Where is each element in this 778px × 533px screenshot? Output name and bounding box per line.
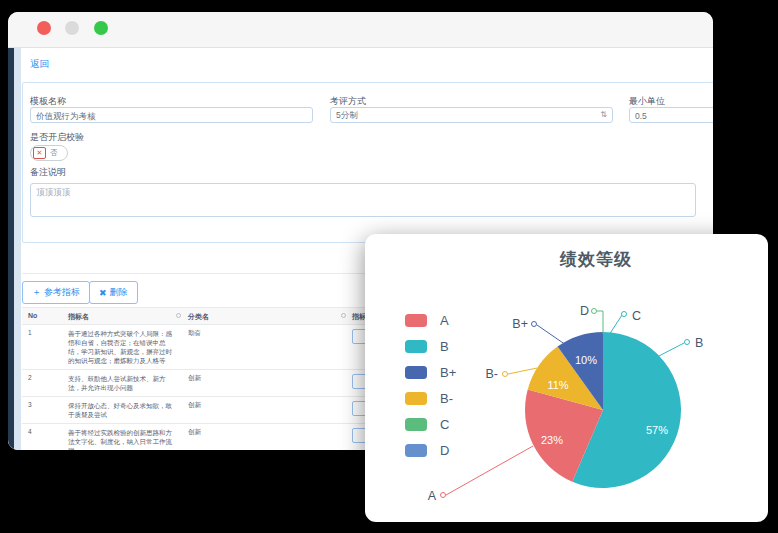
callout-label-B: B <box>695 336 703 350</box>
cell-indicator-name: 善于通过各种方式突破个人局限：感悟和自省，自我否定；在错误中总结，学习新知识、新… <box>68 325 176 369</box>
cell-no: 1 <box>28 329 32 336</box>
callout-label-C: C <box>632 309 641 323</box>
callout-label-A: A <box>428 489 437 503</box>
slice-percent-label: 10% <box>575 354 597 366</box>
remark-label: 备注说明 <box>30 166 66 179</box>
validation-toggle-label: 是否开启校验 <box>30 131 84 144</box>
header-no: No <box>28 312 37 319</box>
slice-percent-label: 11% <box>547 379 568 391</box>
cell-no: 4 <box>28 428 32 435</box>
eval-method-select[interactable]: 5分制 ⇅ <box>330 107 613 123</box>
callout-dot-D <box>592 309 597 314</box>
page-background-edge <box>14 48 21 450</box>
header-category[interactable]: 分类名 <box>188 312 209 322</box>
cell-no: 2 <box>28 374 32 381</box>
callout-line-B+ <box>537 325 566 345</box>
plus-icon: ＋ <box>32 286 41 299</box>
min-unit-input[interactable]: 0.5 <box>629 107 713 123</box>
cell-indicator-name: 支持、鼓励他人尝试新技术、新方法，并允许出现小问题 <box>68 370 176 396</box>
slice-percent-label: 23% <box>541 434 563 446</box>
callout-dot-A <box>441 493 446 498</box>
minimize-window-button[interactable] <box>65 21 79 35</box>
toggle-off-icon: ✕ <box>33 147 46 159</box>
cell-category: 创新 <box>188 428 201 437</box>
callout-dot-B- <box>503 372 508 377</box>
table-toolbar: ＋ 参考指标 ✖ 删除 <box>22 281 138 303</box>
callout-line-B <box>657 343 684 357</box>
cell-no: 3 <box>28 401 32 408</box>
sort-icon[interactable] <box>341 313 346 318</box>
select-arrows-icon: ⇅ <box>600 111 607 119</box>
cell-category: 勤奋 <box>188 329 201 338</box>
sort-icon[interactable] <box>176 313 181 318</box>
cell-indicator-name: 保持开放心态、好奇心及求知欲，敢于质疑及尝试 <box>68 397 176 423</box>
delete-icon: ✖ <box>99 288 107 298</box>
cell-indicator-name: 善于将经过实践检验的创新思路和方法文字化、制度化，纳入日常工作流程 <box>68 424 176 450</box>
window-titlebar <box>8 12 713 48</box>
eval-method-value: 5分制 <box>336 107 358 123</box>
screenshot-stage: 返回 模板名称 价值观行为考核 考评方式 5分制 ⇅ 最小单位 0.5 是否开启… <box>0 0 778 533</box>
remark-textarea[interactable]: 顶顶顶顶 <box>30 183 696 217</box>
slice-percent-label: 57% <box>646 424 668 436</box>
callout-dot-B <box>685 340 690 345</box>
close-window-button[interactable] <box>37 21 51 35</box>
callout-line-B- <box>508 368 537 374</box>
back-link[interactable]: 返回 <box>30 58 49 71</box>
callout-label-D: D <box>580 304 589 318</box>
maximize-window-button[interactable] <box>94 21 108 35</box>
cell-category: 创新 <box>188 374 201 383</box>
callout-dot-C <box>622 312 627 317</box>
callout-line-D <box>597 311 603 334</box>
performance-chart-card: 绩效等级 ABB+B-CD 57%23%11%10%DCBB+B-A <box>365 234 768 522</box>
callout-dot-B+ <box>532 322 537 327</box>
toggle-state-label: 否 <box>50 148 58 158</box>
header-name[interactable]: 指标名 <box>68 312 89 322</box>
callout-label-B-: B- <box>486 367 499 381</box>
callout-line-C <box>609 315 622 335</box>
performance-pie-chart: 57%23%11%10%DCBB+B-A <box>365 234 768 522</box>
delete-button[interactable]: ✖ 删除 <box>89 281 138 304</box>
cell-category: 创新 <box>188 401 201 410</box>
callout-line-A <box>446 446 533 495</box>
callout-label-B+: B+ <box>512 317 528 331</box>
template-name-input[interactable]: 价值观行为考核 <box>30 107 313 123</box>
add-indicator-button[interactable]: ＋ 参考指标 <box>22 281 90 304</box>
validation-toggle[interactable]: ✕ 否 <box>30 145 68 161</box>
